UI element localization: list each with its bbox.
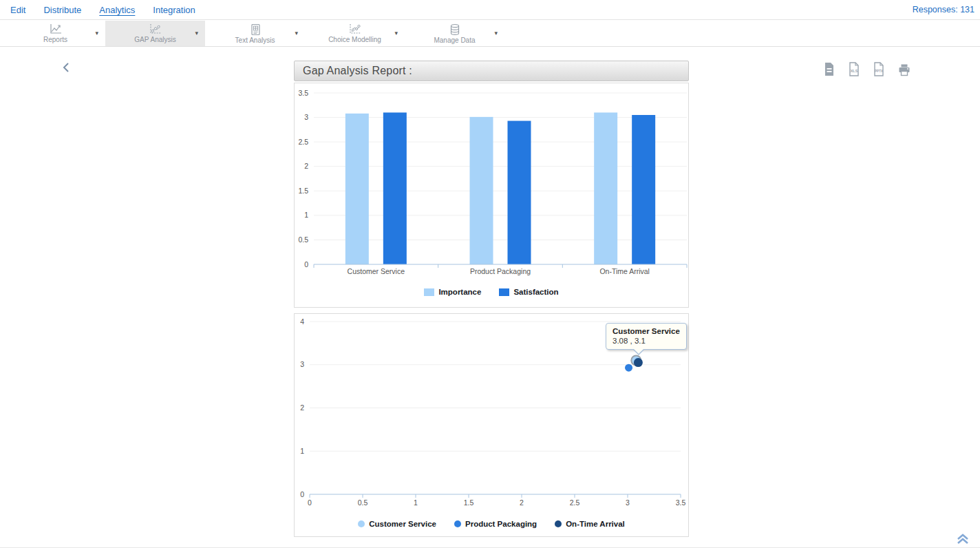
legend-dot: [358, 520, 365, 527]
legend-swatch: [424, 288, 434, 296]
y-axis-tick-label: 1: [304, 211, 308, 219]
y-axis-tick-label: 2: [304, 162, 308, 170]
x-axis-tick-label: 0.5: [358, 498, 368, 507]
bar-satisfaction-1[interactable]: [508, 121, 531, 264]
x-axis-tick-label: 1: [414, 498, 418, 507]
chevron-down-icon[interactable]: ▾: [95, 30, 98, 36]
gap-scatter-chart-panel: 0123400.511.522.533.5 Customer Service 3…: [294, 313, 689, 537]
toolbar-tab-gap-analysis[interactable]: GAP Analysis ▾: [105, 21, 205, 46]
y-axis-tick-label: 4: [300, 317, 304, 326]
export-toolbar: XLS PPTX: [823, 62, 911, 76]
toolbar-tab-manage-data[interactable]: Manage Data ▾: [405, 21, 504, 46]
bar-satisfaction-2[interactable]: [632, 115, 655, 264]
y-axis-tick-label: 1: [300, 447, 304, 455]
x-axis-category-label: Customer Service: [348, 267, 405, 275]
bar-chart-legend: ImportanceSatisfaction: [295, 288, 688, 296]
nav-item-edit[interactable]: Edit: [10, 5, 25, 15]
bar-importance-2[interactable]: [594, 112, 617, 264]
xls-export-icon[interactable]: XLS: [848, 62, 860, 76]
chart-tooltip: Customer Service 3.08 , 3.1: [606, 323, 687, 350]
legend-label: Product Packaging: [465, 520, 537, 528]
legend-label: Importance: [438, 288, 481, 296]
toolbar-tab-label: Manage Data: [434, 36, 475, 44]
y-axis-tick-label: 3: [304, 113, 308, 121]
svg-text:PPTX: PPTX: [875, 70, 884, 73]
toolbar-tab-label: GAP Analysis: [134, 36, 175, 43]
legend-item-satisfaction[interactable]: Satisfaction: [499, 288, 558, 296]
tooltip-value: 3.08 , 3.1: [612, 337, 680, 345]
x-axis-tick-label: 2.5: [570, 498, 580, 507]
chevron-down-icon[interactable]: ▾: [295, 30, 298, 36]
legend-label: Satisfaction: [513, 288, 558, 296]
bar-importance-1[interactable]: [470, 117, 493, 264]
chevron-down-icon[interactable]: ▾: [494, 30, 498, 36]
analytics-toolbar: Reports ▾ GAP Analysis ▾ Text Analysis ▾: [0, 21, 980, 47]
nav-item-integration[interactable]: Integration: [153, 5, 195, 15]
nav-item-distribute[interactable]: Distribute: [43, 5, 81, 15]
svg-text:XLS: XLS: [851, 69, 858, 73]
toolbar-tab-choice-modelling[interactable]: Choice Modelling ▾: [305, 21, 405, 46]
double-chevron-up-icon: [955, 533, 970, 545]
legend-item-importance[interactable]: Importance: [424, 288, 481, 296]
x-axis-category-label: On-Time Arrival: [599, 267, 650, 275]
y-axis-tick-label: 1.5: [298, 187, 308, 195]
legend-item-product-packaging[interactable]: Product Packaging: [454, 520, 537, 528]
x-axis-tick-label: 3.5: [676, 498, 686, 507]
chevron-down-icon[interactable]: ▾: [195, 30, 198, 36]
toolbar-tab-label: Choice Modelling: [328, 36, 381, 43]
responses-count: Responses: 131: [913, 5, 974, 14]
y-axis-tick-label: 0: [304, 260, 308, 268]
y-axis-tick-label: 3: [300, 360, 304, 368]
y-axis-tick-label: 0.5: [298, 235, 308, 244]
reports-line-chart-icon: [49, 23, 63, 35]
x-axis-tick-label: 0: [308, 498, 312, 507]
y-axis-tick-label: 0: [300, 490, 304, 498]
bar-chart: 00.511.522.533.5Customer ServiceProduct …: [295, 83, 688, 284]
y-axis-tick-label: 2.5: [298, 138, 308, 146]
toolbar-tab-reports[interactable]: Reports ▾: [6, 21, 105, 46]
document-export-icon[interactable]: [823, 62, 835, 76]
gap-analysis-scatter-icon: [149, 23, 162, 35]
back-button[interactable]: [62, 62, 76, 76]
print-icon[interactable]: [897, 63, 911, 76]
top-nav: Edit Distribute Analytics Integration Re…: [0, 0, 980, 20]
legend-item-on-time-arrival[interactable]: On-Time Arrival: [555, 520, 625, 528]
scatter-point-product-packaging[interactable]: [625, 364, 632, 372]
x-axis-tick-label: 1.5: [464, 498, 474, 507]
x-axis-category-label: Product Packaging: [470, 267, 531, 275]
bar-satisfaction-0[interactable]: [383, 112, 407, 264]
bar-importance-0[interactable]: [345, 114, 369, 264]
legend-label: On-Time Arrival: [566, 520, 625, 528]
text-analysis-doc-icon: [248, 23, 262, 36]
chevron-left-icon: [62, 62, 70, 73]
scatter-point-on-time-arrival[interactable]: [634, 358, 643, 367]
toolbar-tab-label: Text Analysis: [235, 36, 275, 44]
nav-item-analytics[interactable]: Analytics: [99, 5, 135, 15]
tooltip-title: Customer Service: [612, 327, 680, 335]
scatter-chart-legend: Customer ServiceProduct PackagingOn-Time…: [295, 520, 688, 528]
legend-swatch: [499, 288, 509, 296]
x-axis-tick-label: 3: [626, 498, 630, 507]
gap-bar-chart-panel: 00.511.522.533.5Customer ServiceProduct …: [294, 83, 689, 308]
toolbar-tab-text-analysis[interactable]: Text Analysis ▾: [205, 21, 305, 46]
scroll-to-top-button[interactable]: [955, 533, 970, 548]
pptx-export-icon[interactable]: PPTX: [873, 62, 885, 76]
report-title-bar: Gap Analysis Report :: [294, 61, 689, 81]
y-axis-tick-label: 2: [300, 403, 304, 412]
y-axis-tick-label: 3.5: [298, 89, 308, 97]
legend-dot: [555, 520, 562, 527]
chevron-down-icon[interactable]: ▾: [394, 30, 398, 36]
toolbar-tab-label: Reports: [43, 36, 67, 43]
database-icon: [448, 23, 462, 36]
x-axis-tick-label: 2: [520, 498, 524, 507]
choice-modelling-chart-icon: [348, 23, 362, 35]
legend-dot: [454, 520, 461, 527]
legend-label: Customer Service: [369, 520, 436, 528]
legend-item-customer-service[interactable]: Customer Service: [358, 520, 436, 528]
